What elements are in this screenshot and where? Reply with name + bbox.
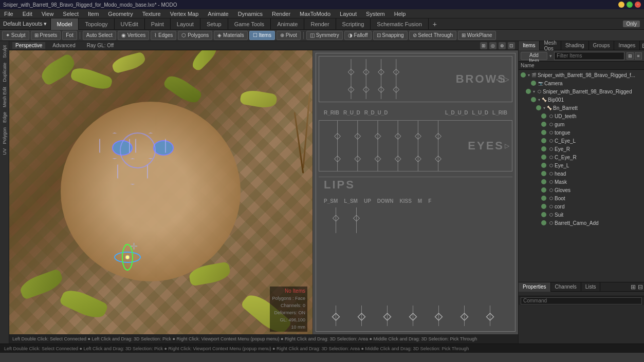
item-scene-root[interactable]: ▾ 🎬 Sniper_with_Barrett_98_Bravo_Rigged_… <box>519 71 644 79</box>
menu-vertexmap[interactable]: Vertex Map <box>168 10 201 17</box>
menu-maxtomodo[interactable]: MaxToModo <box>298 10 333 17</box>
maximize-btn[interactable]: □ <box>627 2 633 8</box>
menu-system[interactable]: System <box>364 10 387 17</box>
viewport-3d[interactable]: ✛ <box>9 50 518 334</box>
left-tool-polygon[interactable]: Polygon <box>1 125 8 146</box>
eye-bip001[interactable] <box>531 97 536 102</box>
menu-edit[interactable]: Edit <box>21 10 34 17</box>
polygons-btn[interactable]: ⬡ Polygons <box>178 31 212 40</box>
menu-animate[interactable]: Animate <box>206 10 230 17</box>
minimize-btn[interactable]: _ <box>618 2 624 8</box>
item-bip001[interactable]: ▾ 🦴 Bip001 <box>519 96 644 104</box>
tab-channels[interactable]: Channels <box>551 282 581 292</box>
left-tool-duplicate[interactable]: Duplicate <box>1 61 8 84</box>
items-btn[interactable]: ☐ Items <box>249 31 275 40</box>
materials-btn[interactable]: ◈ Materials <box>214 31 247 40</box>
eye-tongue[interactable] <box>541 130 546 135</box>
vp-tab-advanced[interactable]: Advanced <box>49 42 78 49</box>
item-bn-barrett[interactable]: ▾ 🦴 Bn_Barrett <box>519 104 644 112</box>
vp-icon-3[interactable]: ⊕ <box>499 42 506 49</box>
add-tab-btn[interactable]: + <box>429 20 441 28</box>
item-suit[interactable]: ⬡ Suit <box>519 211 644 219</box>
eye-boot[interactable] <box>541 196 546 201</box>
collapse-props[interactable]: ⊟ <box>638 283 643 291</box>
vp-tab-perspective[interactable]: Perspective <box>12 42 45 49</box>
snapping-btn[interactable]: ⊡ Snapping <box>373 31 408 40</box>
vp-icon-4[interactable]: ⊡ <box>508 42 515 49</box>
edges-btn[interactable]: ⌇ Edges <box>151 31 176 40</box>
falloff-btn[interactable]: ◑ Falloff <box>344 31 372 40</box>
item-mask[interactable]: ⬡ Mask <box>519 178 644 186</box>
menu-texture[interactable]: Texture <box>140 10 163 17</box>
arrow-sniper-group[interactable]: ▾ <box>533 89 535 94</box>
tab-shading[interactable]: Shading <box>561 41 589 50</box>
eye-cord[interactable] <box>541 204 546 209</box>
vp-icon-2[interactable]: ◎ <box>489 42 496 49</box>
left-tool-uv[interactable]: UV <box>1 146 8 157</box>
tab-render[interactable]: Render <box>304 18 336 30</box>
add-item-btn[interactable]: Add Item <box>521 52 547 60</box>
menu-help[interactable]: Help <box>392 10 408 17</box>
tab-meshops[interactable]: Mesh Ops <box>540 41 561 50</box>
item-head[interactable]: ⬡ head <box>519 169 644 178</box>
eye-bn-barrett[interactable] <box>536 105 541 110</box>
eye-gum[interactable] <box>541 122 546 127</box>
tab-schematic[interactable]: Schematic Fusion <box>371 18 428 30</box>
tab-gametools[interactable]: Game Tools <box>228 18 271 30</box>
command-input[interactable] <box>521 297 642 304</box>
symmetry-btn[interactable]: ◫ Symmetry <box>306 31 343 40</box>
viewport-area[interactable]: Perspective Advanced Ray GL: Off ⊞ ◎ ⊕ ⊡ <box>9 41 518 344</box>
item-camera[interactable]: 📷 Camera <box>519 79 644 87</box>
item-cord[interactable]: ⬡ cord <box>519 202 644 211</box>
dropdown-arrow[interactable]: ▾ <box>549 53 552 59</box>
tab-lists[interactable]: Lists <box>581 282 601 292</box>
eye-head[interactable] <box>541 171 546 176</box>
eye-eye-r[interactable] <box>541 146 546 151</box>
items-list[interactable]: ▾ 🎬 Sniper_with_Barrett_98_Bravo_Rigged_… <box>519 70 644 282</box>
workplane-btn[interactable]: ⊞ WorkPlane <box>458 31 496 40</box>
item-barrett-camo[interactable]: ⬡ Barrett_Camo_Add <box>519 219 644 227</box>
eye-mask[interactable] <box>541 179 546 184</box>
selectthrough-btn[interactable]: ⊘ Select Through <box>409 31 456 40</box>
presets-btn[interactable]: ⊞ Presets <box>31 31 61 40</box>
eye-c-eye-r[interactable] <box>541 155 546 160</box>
eye-eye-l[interactable] <box>541 163 546 168</box>
eye-gloves[interactable] <box>541 187 546 193</box>
eye-sniper-group[interactable] <box>526 89 531 94</box>
tab-model[interactable]: Model <box>51 18 79 30</box>
tab-topology[interactable]: Topology <box>79 18 114 30</box>
tab-groups[interactable]: Groups <box>589 41 615 50</box>
tab-layout[interactable]: Layout <box>171 18 200 30</box>
eye-suit[interactable] <box>541 212 546 217</box>
eye-camera[interactable] <box>531 81 536 86</box>
eye-ud-teeth[interactable] <box>541 113 546 119</box>
menu-file[interactable]: File <box>2 10 15 17</box>
menu-dynamics[interactable]: Dynamics <box>236 10 265 17</box>
filter-items-input[interactable] <box>554 52 624 60</box>
item-c-eye-r[interactable]: ⬡ C_Eye_R <box>519 153 644 161</box>
menu-select[interactable]: Select <box>61 10 81 17</box>
menu-view[interactable]: View <box>40 10 56 17</box>
item-eye-r[interactable]: ⬡ Eye_R <box>519 145 644 153</box>
arrow-bip001[interactable]: ▾ <box>538 98 540 102</box>
tab-items[interactable]: Items <box>519 41 540 50</box>
tab-uvedit[interactable]: UVEdit <box>115 18 145 30</box>
item-tongue[interactable]: ⬡ tongue <box>519 128 644 137</box>
tab-setup[interactable]: Setup <box>200 18 228 30</box>
eye-barrett-camo[interactable] <box>541 220 546 225</box>
ft-btn[interactable]: Fot <box>62 31 77 40</box>
eye-scene-root[interactable] <box>521 72 526 78</box>
tab-animate[interactable]: Animate <box>271 18 304 30</box>
left-tool-meshedit[interactable]: Mesh Edit <box>1 85 8 109</box>
vertices-btn[interactable]: ◉ Vertices <box>118 31 149 40</box>
item-c-eye-l[interactable]: ⬡ C_Eye_L <box>519 137 644 145</box>
tab-scripting[interactable]: Scripting <box>336 18 371 30</box>
menu-geometry[interactable]: Geometry <box>106 10 135 17</box>
tab-properties[interactable]: Properties <box>519 282 551 292</box>
arrow-bn-barrett[interactable]: ▾ <box>543 106 545 110</box>
item-sniper-group[interactable]: ▾ ⬡ Sniper_with_Barrett_98_Bravo_Rigged <box>519 87 644 96</box>
item-gum[interactable]: ⬡ gum <box>519 120 644 128</box>
items-icon-1[interactable]: ⊞ <box>627 52 634 60</box>
left-tool-edge[interactable]: Edge <box>1 110 8 125</box>
items-icon-2[interactable]: ≡ <box>635 52 642 60</box>
